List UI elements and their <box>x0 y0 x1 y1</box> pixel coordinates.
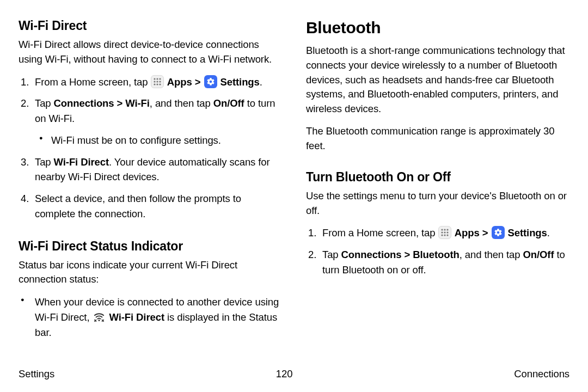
step-3: Tap Wi-Fi Direct. Your device automatica… <box>19 155 282 185</box>
svg-point-15 <box>447 232 449 234</box>
status-intro: Status bar icons indicate your current W… <box>19 258 282 287</box>
svg-point-3 <box>154 81 156 82</box>
footer-right: Connections <box>514 368 569 380</box>
settings-label: Settings <box>505 227 547 238</box>
svg-point-9 <box>99 320 100 321</box>
s2a: Tap <box>35 97 54 109</box>
svg-point-11 <box>444 229 446 231</box>
wifi-direct-icon <box>93 310 106 323</box>
step-2: Tap Connections > Wi-Fi, and then tap On… <box>19 96 282 148</box>
status-bullets: When your device is connected to another… <box>19 295 282 340</box>
settings-icon <box>492 226 505 239</box>
svg-point-2 <box>160 78 161 79</box>
right-column: Bluetooth Bluetooth is a short-range com… <box>306 19 569 356</box>
svg-point-13 <box>442 232 443 234</box>
heading-bluetooth: Bluetooth <box>306 19 569 37</box>
bt-intro: Bluetooth is a short-range communication… <box>306 44 569 117</box>
svg-point-8 <box>160 83 161 85</box>
s2d: On/Off <box>213 97 244 109</box>
wifi-direct-intro: Wi-Fi Direct allows direct device-to-dev… <box>19 38 282 67</box>
heading-wifi-direct: Wi-Fi Direct <box>19 19 282 33</box>
apps-icon <box>438 226 451 239</box>
step2-sub-item: Wi-Fi must be on to configure settings. <box>35 133 282 148</box>
svg-point-6 <box>154 83 156 85</box>
bt2d: On/Off <box>523 249 554 260</box>
svg-point-12 <box>447 229 449 231</box>
step-1: From a Home screen, tap Apps > Settings. <box>19 75 282 90</box>
apps-icon <box>151 75 164 88</box>
bb: Wi-Fi Direct <box>106 311 164 323</box>
arrow: > <box>480 227 491 238</box>
svg-point-0 <box>154 78 156 79</box>
page-footer: Settings 120 Connections <box>19 368 569 380</box>
footer-left: Settings <box>19 368 54 380</box>
apps-label: Apps <box>452 227 479 238</box>
bt2b: Connections > Bluetooth <box>341 249 460 260</box>
period: . <box>260 76 262 88</box>
bt-step-1: From a Home screen, tap Apps > Settings. <box>306 225 569 241</box>
arrow: > <box>192 76 204 88</box>
heading-turn-bt: Turn Bluetooth On or Off <box>306 170 569 185</box>
heading-status-indicator: Wi-Fi Direct Status Indicator <box>19 239 282 254</box>
s3a: Tap <box>35 156 54 168</box>
settings-label: Settings <box>218 76 260 88</box>
s3b: Wi-Fi Direct <box>54 156 109 168</box>
bt-range: The Bluetooth communication range is app… <box>306 124 569 154</box>
svg-point-5 <box>160 81 161 82</box>
settings-icon <box>204 75 217 88</box>
bt2c: , and then tap <box>460 249 523 260</box>
svg-point-14 <box>444 232 446 234</box>
s2c: , and then tap <box>150 97 213 109</box>
apps-label: Apps <box>164 76 192 88</box>
svg-point-18 <box>447 235 449 236</box>
bt-steps: From a Home screen, tap Apps > Settings. <box>306 225 569 277</box>
s2b: Connections > Wi-Fi <box>54 97 150 109</box>
step-4: Select a device, and then follow the pro… <box>19 191 282 222</box>
footer-page-number: 120 <box>276 368 293 380</box>
page-columns: Wi-Fi Direct Wi-Fi Direct allows direct … <box>19 19 569 356</box>
step2-sub: Wi-Fi must be on to configure settings. <box>35 133 282 148</box>
svg-point-7 <box>157 83 158 85</box>
left-column: Wi-Fi Direct Wi-Fi Direct allows direct … <box>19 19 282 356</box>
bt1a: From a Home screen, tap <box>322 227 438 238</box>
period: . <box>547 227 550 238</box>
svg-point-16 <box>442 235 443 236</box>
svg-point-17 <box>444 235 446 236</box>
bt-use: Use the settings menu to turn your devic… <box>306 189 569 218</box>
wifi-direct-steps: From a Home screen, tap Apps > Settings. <box>19 75 282 222</box>
status-bullet: When your device is connected to another… <box>19 295 282 340</box>
step1-text: From a Home screen, tap <box>35 76 150 88</box>
bt-step-2: Tap Connections > Bluetooth, and then ta… <box>306 247 569 278</box>
svg-point-1 <box>157 78 158 79</box>
svg-point-10 <box>442 229 443 231</box>
bt2a: Tap <box>322 249 341 260</box>
svg-point-4 <box>157 81 158 82</box>
